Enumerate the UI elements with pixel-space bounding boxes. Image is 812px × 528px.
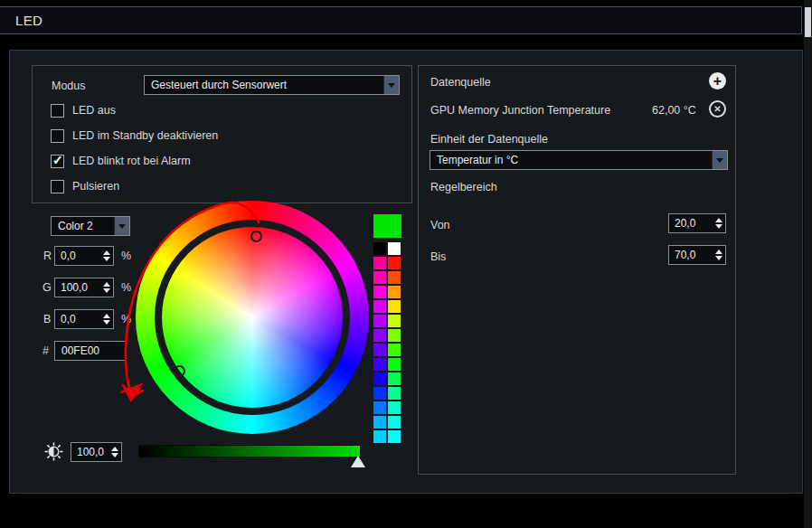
dropdown-arrow-icon[interactable] bbox=[114, 217, 129, 235]
color-preview bbox=[373, 214, 401, 238]
channel-spinner-r[interactable]: 0,0 bbox=[54, 246, 114, 266]
spinner-down-icon[interactable] bbox=[111, 453, 118, 457]
brightness-gradient[interactable] bbox=[138, 445, 361, 457]
color-swatch[interactable] bbox=[388, 344, 401, 356]
color-swatch[interactable] bbox=[388, 372, 401, 385]
spinner-up-icon[interactable] bbox=[103, 282, 110, 287]
regelbereich-label: Regelbereich bbox=[430, 181, 497, 193]
spinner-down-icon[interactable] bbox=[715, 224, 722, 229]
checkbox-label: LED blinkt rot bei Alarm bbox=[72, 155, 191, 167]
color-swatch[interactable] bbox=[373, 315, 386, 327]
von-spinner[interactable]: 20,0 bbox=[668, 213, 726, 233]
color-select-value: Color 2 bbox=[58, 220, 93, 232]
checkbox-row-pulsieren[interactable]: Pulsieren bbox=[51, 178, 119, 194]
color-swatch[interactable] bbox=[373, 387, 386, 400]
datenquelle-label: Datenquelle bbox=[430, 76, 491, 89]
color-swatch[interactable] bbox=[373, 329, 386, 342]
spinner-down-icon[interactable] bbox=[103, 320, 110, 325]
checkbox[interactable] bbox=[51, 104, 64, 118]
scrollbar[interactable] bbox=[804, 0, 812, 528]
von-value: 20,0 bbox=[675, 217, 695, 230]
color-swatch[interactable] bbox=[388, 329, 401, 342]
spinner-up-icon[interactable] bbox=[103, 250, 110, 255]
remove-source-button[interactable]: ✕ bbox=[709, 100, 726, 118]
chevron-down-icon bbox=[716, 158, 723, 163]
color-swatch[interactable] bbox=[373, 401, 386, 414]
color-swatch[interactable] bbox=[373, 286, 386, 298]
modus-select-value: Gesteuert durch Sensorwert bbox=[151, 79, 287, 91]
color-select[interactable]: Color 2 bbox=[51, 216, 130, 236]
plus-icon: + bbox=[713, 74, 722, 89]
color-wheel[interactable] bbox=[136, 201, 369, 434]
spinner-down-icon[interactable] bbox=[715, 256, 722, 260]
color-swatch[interactable] bbox=[388, 315, 401, 327]
spinner-up-icon[interactable] bbox=[715, 218, 722, 222]
dropdown-arrow-icon[interactable] bbox=[712, 151, 727, 169]
gradient-slider-handle[interactable] bbox=[351, 456, 365, 467]
main-panel: Modus Gesteuert durch Sensorwert LED aus… bbox=[9, 50, 803, 494]
color-swatch[interactable] bbox=[388, 286, 401, 298]
checkbox-row-alarm[interactable]: LED blinkt rot bei Alarm bbox=[51, 153, 191, 169]
spinner-up-icon[interactable] bbox=[111, 447, 118, 451]
spinner-up-icon[interactable] bbox=[103, 314, 110, 318]
add-source-button[interactable]: + bbox=[709, 72, 726, 90]
data-source-group: Datenquelle + GPU Memory Junction Temper… bbox=[418, 65, 736, 475]
color-swatch[interactable] bbox=[388, 401, 401, 414]
color-swatch[interactable] bbox=[373, 300, 386, 313]
channel-label-r: R bbox=[43, 250, 52, 262]
von-label: Von bbox=[430, 219, 450, 231]
spinner-down-icon[interactable] bbox=[103, 288, 110, 293]
brightness-value: 100,0 bbox=[77, 446, 104, 458]
color-swatch[interactable] bbox=[373, 430, 386, 443]
hex-input[interactable]: 00FE00 bbox=[54, 341, 126, 361]
color-swatch[interactable] bbox=[373, 257, 386, 269]
swatch-column bbox=[373, 214, 402, 443]
color-swatch[interactable] bbox=[373, 358, 386, 371]
bis-value: 70,0 bbox=[675, 249, 695, 261]
title-bar: LED bbox=[0, 6, 802, 34]
checkbox[interactable] bbox=[51, 180, 64, 193]
wheel-marker[interactable] bbox=[250, 231, 262, 242]
checkbox[interactable] bbox=[51, 129, 64, 143]
checkbox-row-standby[interactable]: LED im Standby deaktivieren bbox=[51, 127, 218, 144]
color-swatch[interactable] bbox=[388, 387, 401, 400]
color-swatch[interactable] bbox=[388, 257, 401, 269]
color-swatch[interactable] bbox=[388, 300, 401, 313]
color-swatch[interactable] bbox=[373, 372, 386, 385]
brightness-spinner[interactable]: 100,0 bbox=[71, 442, 122, 462]
channel-spinner-b[interactable]: 0,0 bbox=[54, 309, 114, 329]
checkbox-label: LED aus bbox=[72, 104, 116, 117]
color-swatch[interactable] bbox=[388, 271, 401, 284]
checkbox-row-led-aus[interactable]: LED aus bbox=[51, 102, 116, 118]
spinner-up-icon[interactable] bbox=[715, 250, 722, 254]
wheel-marker[interactable] bbox=[174, 365, 185, 377]
hex-value: 00FE00 bbox=[61, 344, 99, 357]
channel-value: 100,0 bbox=[61, 281, 88, 294]
close-icon: ✕ bbox=[713, 105, 721, 114]
color-swatch[interactable] bbox=[373, 242, 386, 255]
brightness-icon bbox=[44, 442, 63, 461]
einheit-select[interactable]: Temperatur in °C bbox=[430, 150, 728, 170]
dropdown-arrow-icon[interactable] bbox=[383, 76, 399, 94]
chevron-down-icon bbox=[388, 83, 395, 88]
hex-label: # bbox=[42, 344, 49, 357]
sensor-name: GPU Memory Junction Temperature bbox=[430, 104, 610, 117]
channel-spinner-g[interactable]: 100,0 bbox=[54, 278, 114, 297]
color-disc[interactable] bbox=[162, 227, 343, 408]
color-swatch[interactable] bbox=[373, 271, 386, 284]
color-swatch[interactable] bbox=[388, 430, 401, 443]
percent-label: % bbox=[121, 313, 131, 325]
modus-select[interactable]: Gesteuert durch Sensorwert bbox=[144, 75, 400, 95]
modus-label: Modus bbox=[52, 80, 86, 92]
bis-spinner[interactable]: 70,0 bbox=[668, 245, 726, 265]
checkbox[interactable] bbox=[51, 155, 64, 168]
color-swatch[interactable] bbox=[373, 344, 386, 356]
percent-label: % bbox=[121, 250, 131, 262]
spinner-down-icon[interactable] bbox=[103, 257, 110, 261]
color-swatch[interactable] bbox=[388, 242, 401, 255]
color-swatch[interactable] bbox=[388, 358, 401, 371]
color-swatch[interactable] bbox=[388, 416, 401, 429]
color-swatch[interactable] bbox=[373, 416, 386, 429]
scrollbar-thumb[interactable] bbox=[805, 7, 811, 37]
led-options-group: Modus Gesteuert durch Sensorwert LED aus… bbox=[32, 65, 412, 203]
